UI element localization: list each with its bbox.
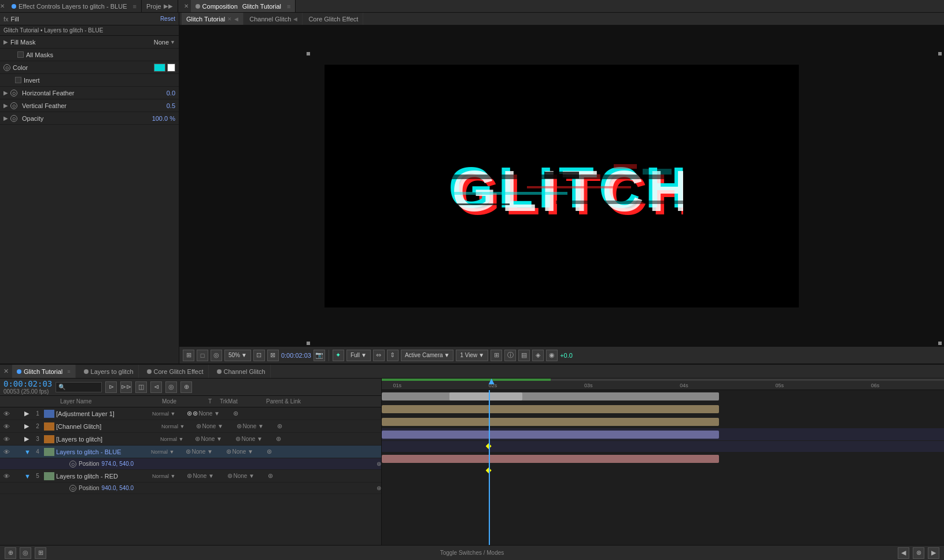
- mode-4[interactable]: Normal ▼: [151, 449, 174, 455]
- views-button[interactable]: 1 View ▼: [456, 350, 488, 361]
- comp-tab-channel-glitch[interactable]: Channel Glitch ◀: [245, 13, 303, 25]
- tl-btn-3[interactable]: ◫: [135, 381, 147, 393]
- resize-button[interactable]: ⇔: [373, 350, 385, 361]
- track-bar-3[interactable]: [382, 418, 719, 426]
- color-stopwatch[interactable]: ○: [3, 64, 10, 71]
- l1-expand[interactable]: ▶: [24, 410, 31, 417]
- snapshot-button[interactable]: 📷: [314, 350, 325, 361]
- tl-btn-2[interactable]: ⊳⊳: [120, 381, 132, 393]
- tl-bottom-left[interactable]: ◀: [898, 547, 909, 559]
- tab-effect-controls[interactable]: Effect Controls Layers to glitch - BLUE …: [7, 0, 142, 12]
- expand-arrow[interactable]: ▶: [3, 39, 8, 45]
- close-icon-1[interactable]: ✕: [0, 3, 5, 9]
- zoom-button[interactable]: 50% ▼: [224, 350, 251, 361]
- checker-button[interactable]: ⊡: [253, 350, 265, 361]
- comp-tab-close-1[interactable]: ✕: [227, 16, 232, 22]
- close-icon-2[interactable]: ✕: [184, 3, 189, 9]
- dropdown-arrow[interactable]: ▼: [170, 39, 175, 45]
- l5-parent: None ▼: [233, 473, 268, 479]
- tl-close[interactable]: ✕: [3, 368, 9, 375]
- info-button[interactable]: ⓘ: [504, 350, 516, 361]
- h-feather-expand[interactable]: ▶: [3, 90, 8, 96]
- tl-btn-6[interactable]: ⊕: [180, 381, 192, 393]
- tl-bottom-btn-2[interactable]: ◎: [20, 547, 31, 559]
- track-bar-4[interactable]: [382, 431, 719, 439]
- tab-composition[interactable]: Composition Glitch Tutorial ≡: [191, 0, 296, 12]
- col-mode: Mode: [162, 398, 208, 405]
- cyan-swatch[interactable]: [154, 64, 165, 72]
- l5-expand[interactable]: ▼: [24, 473, 31, 480]
- mode-2[interactable]: Normal ▼: [161, 424, 185, 429]
- grid-button[interactable]: ⊞: [183, 350, 194, 361]
- quality-button[interactable]: Full ▼: [346, 350, 371, 361]
- v-feather-stopwatch[interactable]: ○: [10, 102, 17, 109]
- tl-tab-layers-glitch[interactable]: Layers to glitch: [79, 365, 139, 378]
- camera-button[interactable]: Active Camera ▼: [401, 350, 453, 361]
- layer-name-1[interactable]: [Adjustment Layer 1]: [56, 410, 149, 417]
- track-bar-1[interactable]: [382, 392, 719, 400]
- mode-3[interactable]: Normal ▼: [160, 436, 183, 442]
- tl-tab-glitch-tutorial[interactable]: Glitch Tutorial ≡: [12, 365, 76, 378]
- tl-bottom-center[interactable]: ⊗: [913, 547, 924, 559]
- tl-bottom-btn-1[interactable]: ⊕: [5, 547, 16, 559]
- pixel-button[interactable]: ⊠: [267, 350, 279, 361]
- all-masks-checkbox[interactable]: [17, 51, 24, 58]
- tl-search[interactable]: [56, 382, 102, 392]
- pos-stopwatch-4[interactable]: ○: [69, 461, 76, 468]
- tl-bottom-right[interactable]: ▶: [928, 547, 939, 559]
- opacity-expand[interactable]: ▶: [3, 115, 8, 121]
- l4-expand[interactable]: ▼: [24, 448, 31, 455]
- more-icon: ▶▶: [164, 3, 173, 9]
- layer-name-5[interactable]: Layers to glitch - RED: [56, 473, 149, 480]
- preview-button[interactable]: ◉: [546, 350, 558, 361]
- toggle-label[interactable]: Toggle Switches / Modes: [50, 550, 894, 556]
- tl-tab-channel-glitch[interactable]: Channel Glitch: [212, 365, 271, 378]
- region-button[interactable]: ◎: [211, 350, 222, 361]
- col-headers: Layer Name Mode T TrkMat Parent & Link: [0, 396, 381, 407]
- comp-tab-glitch-tutorial[interactable]: Glitch Tutorial ✕ ◀: [182, 13, 244, 25]
- svg-rect-5: [527, 186, 631, 188]
- layer-name-3[interactable]: [Layers to glitch]: [56, 436, 149, 443]
- reset-button[interactable]: Reset: [160, 16, 175, 22]
- tl-timecode[interactable]: 0:00:02:03: [3, 379, 52, 388]
- layer-vis-1[interactable]: 👁: [2, 410, 10, 417]
- track-bar-5[interactable]: [382, 455, 719, 463]
- tl-btn-5[interactable]: ◎: [165, 381, 177, 393]
- tl-tab-core-glitch[interactable]: Core Glitch Effect: [142, 365, 209, 378]
- comp-tab-core-glitch[interactable]: Core Glitch Effect: [304, 13, 363, 25]
- track-bar-2[interactable]: [382, 405, 719, 413]
- motion-button[interactable]: ◈: [532, 350, 544, 361]
- display-button[interactable]: □: [197, 350, 208, 361]
- grid2-button[interactable]: ⊞: [491, 350, 502, 361]
- pos-value-5[interactable]: 940.0, 540.0: [102, 485, 134, 491]
- layer-vis-5[interactable]: 👁: [2, 473, 10, 480]
- opacity-value[interactable]: 100.0 %: [152, 115, 175, 122]
- render-button[interactable]: ▤: [518, 350, 530, 361]
- opacity-stopwatch[interactable]: ○: [10, 115, 17, 122]
- tl-btn-1[interactable]: ⊳: [105, 381, 117, 393]
- layer-name-4[interactable]: Layers to glitch - BLUE: [56, 448, 149, 455]
- tab-proje[interactable]: Proje ▶▶: [142, 0, 178, 12]
- color-correct-button[interactable]: ✦: [333, 350, 344, 361]
- invert-checkbox[interactable]: [15, 77, 21, 83]
- layer-vis-2[interactable]: 👁: [2, 423, 10, 430]
- timecode-display: 0:00:02:03: [281, 352, 311, 359]
- v-feather-expand[interactable]: ▶: [3, 102, 8, 109]
- tl-bottom-btn-3[interactable]: ⊞: [35, 547, 46, 559]
- l2-expand[interactable]: ▶: [24, 422, 31, 430]
- mode-5[interactable]: Normal ▼: [152, 473, 175, 479]
- mode-1[interactable]: Normal ▼: [152, 411, 175, 417]
- l3-expand[interactable]: ▶: [24, 435, 31, 443]
- h-feather-value[interactable]: 0.0: [167, 90, 175, 97]
- v-feather-value[interactable]: 0.5: [167, 102, 175, 109]
- resize2-button[interactable]: ⇕: [387, 350, 399, 361]
- tl-btn-4[interactable]: ⊲: [150, 381, 162, 393]
- pos-value-4[interactable]: 974.0, 540.0: [102, 461, 134, 467]
- layer-vis-3[interactable]: 👁: [2, 436, 10, 443]
- layer-num-4: 4: [31, 448, 44, 455]
- pos-stopwatch-5[interactable]: ○: [69, 485, 76, 492]
- layer-vis-4[interactable]: 👁: [2, 448, 10, 455]
- layer-name-2[interactable]: [Channel Glitch]: [56, 423, 149, 430]
- white-swatch[interactable]: [167, 64, 175, 72]
- h-feather-stopwatch[interactable]: ○: [10, 90, 17, 97]
